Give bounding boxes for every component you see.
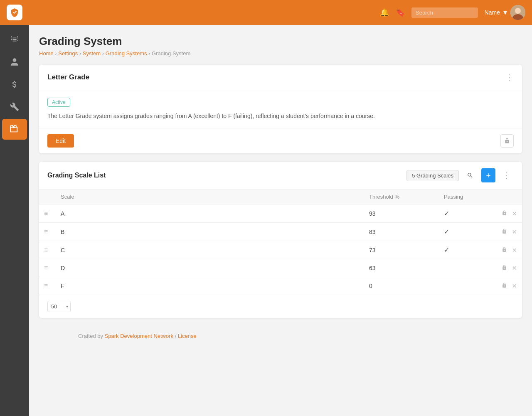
col-header-drag (39, 190, 56, 204)
drag-handle-icon[interactable]: ≡ (44, 228, 48, 235)
sidebar-item-person[interactable] (2, 52, 27, 72)
footer-license-link[interactable]: License (178, 333, 197, 339)
scale-list-menu-button[interactable]: ⋮ (500, 168, 514, 182)
footer-text: Crafted by (78, 333, 103, 339)
passing-cell: ✓ (439, 241, 489, 259)
row-lock-icon[interactable] (502, 247, 509, 254)
row-lock-icon[interactable] (502, 283, 509, 289)
row-lock-icon[interactable] (502, 210, 509, 217)
svg-point-1 (515, 8, 521, 14)
passing-cell (439, 259, 489, 277)
avatar (510, 5, 525, 20)
row-actions-cell: ✕ (489, 204, 522, 223)
threshold-cell: 73 (364, 241, 439, 259)
sidebar (0, 25, 29, 416)
letter-grade-card-header: Letter Grade ⋮ (39, 65, 522, 90)
table-row: ≡ C 73 ✓ ✕ (39, 241, 522, 259)
top-navigation: 🔔 🔖 Name ▾ (0, 0, 532, 25)
edit-button[interactable]: Edit (47, 134, 74, 148)
status-badge: Active (47, 98, 70, 107)
breadcrumb-grading-systems[interactable]: Grading Systems (106, 50, 147, 57)
description-text: The Letter Grade system assigns grades r… (47, 112, 514, 121)
row-actions-cell: ✕ (489, 259, 522, 277)
col-header-actions (489, 190, 522, 204)
letter-grade-menu-button[interactable]: ⋮ (505, 72, 514, 82)
row-delete-icon[interactable]: ✕ (512, 265, 517, 271)
drag-handle-cell: ≡ (39, 259, 56, 277)
user-chevron-icon: ▾ (503, 8, 507, 17)
passing-cell (439, 277, 489, 295)
scale-count-badge: 5 Grading Scales (406, 170, 459, 181)
row-actions-cell: ✕ (489, 241, 522, 259)
col-header-scale: Scale (56, 190, 364, 204)
app-logo[interactable] (7, 5, 22, 20)
drag-handle-icon[interactable]: ≡ (44, 246, 48, 254)
scale-name-cell: F (56, 277, 364, 295)
passing-cell: ✓ (439, 223, 489, 241)
grading-scale-table: Scale Threshold % Passing ≡ A 93 ✓ ✕ (39, 190, 522, 295)
drag-handle-icon[interactable]: ≡ (44, 282, 48, 289)
user-name-label: Name (485, 9, 500, 16)
col-header-passing: Passing (439, 190, 489, 204)
passing-cell: ✓ (439, 204, 489, 223)
page-size-wrapper: 50 25 100 ▾ (47, 301, 71, 312)
grading-scale-list-card: Grading Scale List 5 Grading Scales ⋮ Sc… (39, 162, 522, 318)
passing-check-icon: ✓ (444, 228, 449, 235)
col-header-threshold: Threshold % (364, 190, 439, 204)
search-input[interactable] (411, 7, 478, 18)
table-header-row: Scale Threshold % Passing (39, 190, 522, 204)
breadcrumb-settings[interactable]: Settings (58, 50, 78, 57)
main-content: Grading System Home › Settings › System … (29, 25, 532, 416)
letter-grade-card-body: Active The Letter Grade system assigns g… (39, 90, 522, 128)
threshold-cell: 0 (364, 277, 439, 295)
letter-grade-title: Letter Grade (47, 73, 89, 81)
row-actions-cell: ✕ (489, 277, 522, 295)
sidebar-item-notes[interactable] (2, 29, 27, 50)
row-delete-icon[interactable]: ✕ (512, 283, 517, 289)
row-delete-icon[interactable]: ✕ (512, 210, 517, 217)
threshold-cell: 83 (364, 223, 439, 241)
breadcrumb-home[interactable]: Home (39, 50, 54, 57)
threshold-cell: 93 (364, 204, 439, 223)
sidebar-item-admin[interactable] (2, 119, 27, 140)
page-title: Grading System (39, 35, 522, 48)
sidebar-item-tools[interactable] (2, 96, 27, 117)
breadcrumb-current: Grading System (152, 50, 190, 57)
row-lock-icon[interactable] (502, 265, 509, 271)
page-footer: Crafted by Spark Development Network / L… (68, 326, 522, 346)
breadcrumb-system[interactable]: System (83, 50, 101, 57)
list-card-actions: 5 Grading Scales ⋮ (406, 168, 514, 182)
row-lock-icon[interactable] (502, 229, 509, 235)
passing-check-icon: ✓ (444, 246, 449, 254)
scale-name-cell: D (56, 259, 364, 277)
bookmark-icon[interactable]: 🔖 (396, 8, 405, 17)
letter-grade-card: Letter Grade ⋮ Active The Letter Grade s… (39, 65, 522, 153)
notification-icon[interactable]: 🔔 (380, 8, 389, 17)
user-menu[interactable]: Name ▾ (485, 5, 525, 20)
add-scale-button[interactable] (481, 168, 495, 182)
drag-handle-cell: ≡ (39, 241, 56, 259)
threshold-cell: 63 (364, 259, 439, 277)
footer-spark-link[interactable]: Spark Development Network (105, 333, 173, 339)
sidebar-item-finance[interactable] (2, 74, 27, 95)
row-delete-icon[interactable]: ✕ (512, 247, 517, 254)
lock-button[interactable] (500, 134, 514, 148)
letter-grade-card-footer: Edit (39, 128, 522, 153)
row-actions-cell: ✕ (489, 223, 522, 241)
search-scales-button[interactable] (463, 168, 477, 182)
grading-scale-list-title: Grading Scale List (47, 172, 106, 179)
breadcrumb: Home › Settings › System › Grading Syste… (39, 50, 522, 57)
drag-handle-icon[interactable]: ≡ (44, 264, 48, 271)
drag-handle-cell: ≡ (39, 277, 56, 295)
drag-handle-icon[interactable]: ≡ (44, 210, 48, 217)
table-row: ≡ F 0 ✕ (39, 277, 522, 295)
table-row: ≡ B 83 ✓ ✕ (39, 223, 522, 241)
nav-icons: 🔔 🔖 (380, 7, 478, 18)
drag-handle-cell: ≡ (39, 204, 56, 223)
page-size-select[interactable]: 50 25 100 (47, 301, 71, 312)
grading-scale-list-header: Grading Scale List 5 Grading Scales ⋮ (39, 162, 522, 190)
scale-name-cell: A (56, 204, 364, 223)
row-delete-icon[interactable]: ✕ (512, 229, 517, 235)
drag-handle-cell: ≡ (39, 223, 56, 241)
passing-check-icon: ✓ (444, 210, 449, 217)
